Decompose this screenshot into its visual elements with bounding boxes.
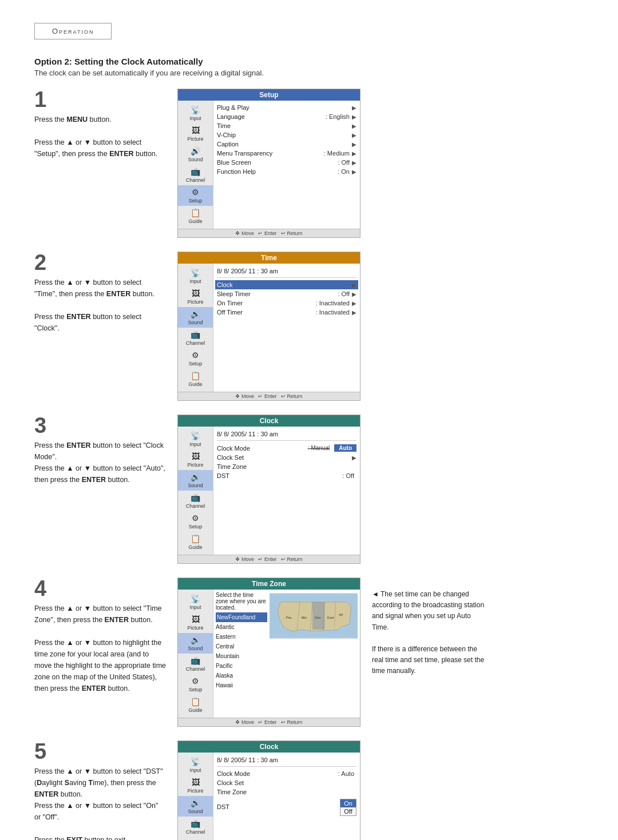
- sidebar-setup-4: ⚙Setup: [178, 674, 213, 695]
- menu-clock-mode-5: Clock Mode: Auto: [217, 769, 356, 778]
- menu-dst-5: DST On Off: [217, 797, 356, 817]
- tz-map: Pac Mtn Cen East Atl: [270, 593, 358, 639]
- tz-prompt: Select the time zone where you are locat…: [216, 592, 267, 611]
- menu-transparency: Menu Transparency: Medium▶: [217, 149, 356, 158]
- sidebar-picture-2: 🖼Picture: [178, 286, 213, 307]
- sidebar-guide-4: 📋Guide: [178, 695, 213, 715]
- tz-atlantic: Atlantic: [216, 622, 267, 632]
- sidebar-channel-2: 📺Channel: [178, 328, 213, 348]
- svg-text:Pac: Pac: [286, 616, 292, 619]
- sidebar-input-3: 📡Input: [178, 429, 213, 449]
- screen-3-sidebar: 📡Input 🖼Picture 🔊Sound 📺Channel ⚙Setup 📋…: [178, 427, 213, 555]
- step-3-text: Press the ENTER button to select "Clock …: [34, 440, 166, 485]
- sidebar-sound-5: 🔊Sound: [178, 796, 213, 817]
- step-3-number: 3: [34, 415, 166, 436]
- step-5-number: 5: [34, 741, 166, 762]
- screen-3-main: 8/ 8/ 2005/ 11 : 30 am Clock Mode : Manu…: [213, 427, 360, 555]
- svg-text:Mtn: Mtn: [302, 616, 307, 619]
- screen-2-sidebar: 📡Input 🖼Picture 🔊Sound 📺Channel ⚙Setup 📋…: [178, 264, 213, 392]
- screen-4-header: Time Zone: [178, 578, 360, 590]
- menu-clock: Clock▶: [215, 280, 358, 289]
- step-1-number: 1: [34, 89, 166, 110]
- screen-2-main: 8/ 8/ 2005/ 11 : 30 am Clock▶ Sleep Time…: [213, 264, 360, 392]
- step-5-left: 5 Press the ▲ or ▼ button to select "DST…: [34, 741, 166, 840]
- step-2-left: 2 Press the ▲ or ▼ button to select "Tim…: [34, 252, 166, 334]
- sidebar-sound-2: 🔊Sound: [178, 307, 213, 328]
- sidebar-picture: 🖼Picture: [178, 124, 213, 144]
- svg-text:East: East: [327, 616, 334, 619]
- screen-5-sidebar: 📡Input 🖼Picture 🔊Sound 📺Channel ⚙Setup 📋…: [178, 753, 213, 840]
- svg-text:Atl: Atl: [339, 613, 343, 616]
- step-3-left: 3 Press the ENTER button to select "Cloc…: [34, 415, 166, 485]
- dst-on[interactable]: On: [340, 799, 356, 807]
- screen-4-footer: ❖ Move ↵ Enter ↩ Return: [178, 718, 360, 726]
- sidebar-input-4: 📡Input: [178, 592, 213, 612]
- screen-1-header: Setup: [178, 89, 360, 101]
- step-5-text: Press the ▲ or ▼ button to select "DST" …: [34, 766, 166, 840]
- sidebar-sound-4: 🔊Sound: [178, 633, 213, 654]
- sidebar-channel-5: 📺Channel: [178, 817, 213, 837]
- dst-off[interactable]: Off: [340, 807, 356, 815]
- menu-language: Language: English▶: [217, 112, 356, 121]
- menu-clock-set-5: Clock Set: [217, 778, 356, 787]
- sidebar-setup-3: ⚙Setup: [178, 511, 213, 532]
- step-2-number: 2: [34, 252, 166, 273]
- sidebar-channel: 📺Channel: [178, 165, 213, 185]
- sidebar-channel-4: 📺Channel: [178, 654, 213, 674]
- menu-clock-mode: Clock Mode : Manual Auto: [217, 443, 356, 453]
- section-subtitle: The clock can be set automatically if yo…: [34, 69, 584, 77]
- menu-caption: Caption▶: [217, 140, 356, 149]
- screen-1-main: Plug & Play▶ Language: English▶ Time▶ V-…: [213, 101, 360, 229]
- menu-time: Time▶: [217, 121, 356, 130]
- sidebar-input-5: 📡Input: [178, 755, 213, 775]
- step-container: 1 Press the MENU button. Press the ▲ or …: [34, 89, 584, 840]
- screen-5-header: Clock: [178, 741, 360, 753]
- tz-newfoundland: NewFoundland: [216, 612, 267, 622]
- menu-function-help: Function Help: On▶: [217, 167, 356, 176]
- step-4-screen: Time Zone 📡Input 🖼Picture 🔊Sound 📺Channe…: [177, 578, 360, 727]
- step-1-screen: Setup 📡Input 🖼Picture 🔊Sound 📺Channel ⚙S…: [177, 89, 360, 238]
- step-1-text: Press the MENU button. Press the ▲ or ▼ …: [34, 114, 166, 160]
- screen-5-time: 8/ 8/ 2005/ 11 : 30 am: [217, 755, 356, 767]
- menu-plug-play: Plug & Play▶: [217, 103, 356, 112]
- menu-dst: DST: Off: [217, 471, 356, 480]
- step-1-row: 1 Press the MENU button. Press the ▲ or …: [34, 89, 584, 238]
- screen-1-footer: ❖ Move ↵ Enter ↩ Return: [178, 229, 360, 237]
- screen-2-header: Time: [178, 252, 360, 264]
- tz-hawaii: Hawaii: [216, 680, 267, 690]
- sidebar-guide-2: 📋Guide: [178, 369, 213, 389]
- screen-2-time: 8/ 8/ 2005/ 11 : 30 am: [217, 266, 356, 278]
- menu-vchip: V-Chip▶: [217, 130, 356, 140]
- step-1-left: 1 Press the MENU button. Press the ▲ or …: [34, 89, 166, 160]
- menu-blue-screen: Blue Screen: Off▶: [217, 158, 356, 167]
- step-4-row: 4 Press the ▲ or ▼ button to select "Tim…: [34, 578, 584, 727]
- sidebar-setup-5: ⚙Setup: [178, 837, 213, 840]
- screen-2-footer: ❖ Move ↵ Enter ↩ Return: [178, 392, 360, 400]
- screen-3-time: 8/ 8/ 2005/ 11 : 30 am: [217, 429, 356, 441]
- menu-time-zone: Time Zone: [217, 462, 356, 471]
- sidebar-input: 📡Input: [178, 103, 213, 124]
- section-title: Option 2: Setting the Clock Automaticall…: [34, 57, 584, 66]
- sidebar-sound-3: 🔊Sound: [178, 470, 213, 491]
- step-4-text: Press the ▲ or ▼ button to select "Time …: [34, 603, 166, 694]
- sidebar-sound: 🔊Sound: [178, 144, 213, 165]
- tz-pacific: Pacific: [216, 661, 267, 671]
- step-4-left: 4 Press the ▲ or ▼ button to select "Tim…: [34, 578, 166, 694]
- step-5-screen: Clock 📡Input 🖼Picture 🔊Sound 📺Channel ⚙S…: [177, 741, 360, 840]
- screen-4-sidebar: 📡Input 🖼Picture 🔊Sound 📺Channel ⚙Setup 📋…: [178, 590, 213, 718]
- step-3-screen: Clock 📡Input 🖼Picture 🔊Sound 📺Channel ⚙S…: [177, 415, 360, 564]
- step-2-screen: Time 📡Input 🖼Picture 🔊Sound 📺Channel ⚙Se…: [177, 252, 360, 401]
- menu-on-timer: On Timer: Inactivated▶: [217, 298, 356, 308]
- sidebar-setup-2: ⚙Setup: [178, 348, 213, 369]
- step-3-row: 3 Press the ENTER button to select "Cloc…: [34, 415, 584, 564]
- sidebar-picture-5: 🖼Picture: [178, 775, 213, 796]
- menu-time-zone-5: Time Zone: [217, 787, 356, 797]
- screen-5-main: 8/ 8/ 2005/ 11 : 30 am Clock Mode: Auto …: [213, 753, 360, 840]
- tz-eastern: Eastern: [216, 632, 267, 642]
- step-4-number: 4: [34, 578, 166, 599]
- screen-1-sidebar: 📡Input 🖼Picture 🔊Sound 📺Channel ⚙Setup 📋…: [178, 101, 213, 229]
- tz-alaska: Alaska: [216, 671, 267, 680]
- dst-options: On Off: [340, 799, 356, 816]
- tz-mountain: Mountain: [216, 651, 267, 661]
- step-2-row: 2 Press the ▲ or ▼ button to select "Tim…: [34, 252, 584, 401]
